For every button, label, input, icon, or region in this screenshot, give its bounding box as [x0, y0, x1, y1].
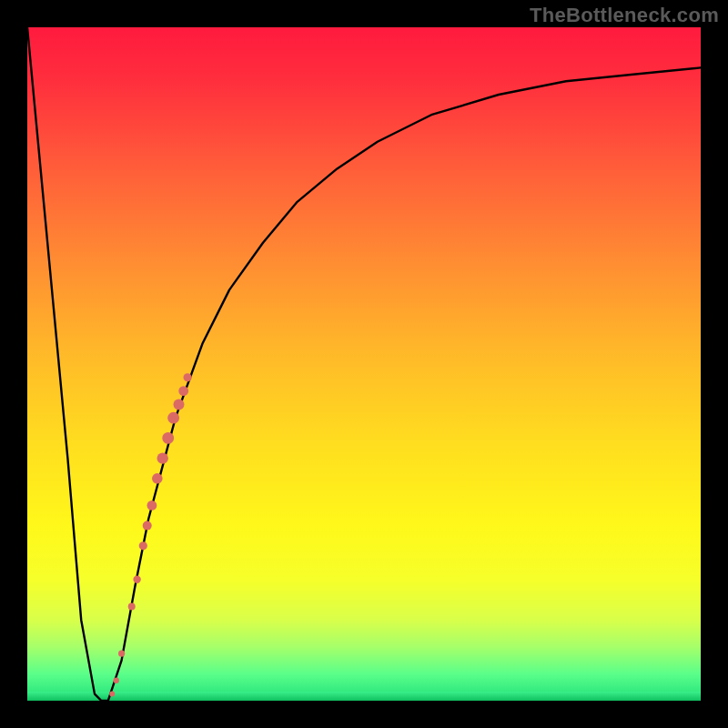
highlight-point: [139, 541, 147, 550]
highlight-point: [114, 678, 119, 683]
plot-area: [27, 27, 701, 701]
watermark-text: TheBottleneck.com: [530, 4, 719, 27]
chart-svg: [27, 27, 701, 701]
highlight-point: [128, 602, 136, 610]
highlight-point: [109, 692, 115, 697]
highlight-point: [143, 521, 152, 531]
highlight-markers-group: [109, 373, 192, 696]
highlight-point: [157, 452, 168, 463]
highlight-point: [118, 651, 125, 657]
highlight-point: [152, 473, 163, 484]
highlight-point: [184, 373, 192, 381]
chart-frame: TheBottleneck.com: [0, 0, 728, 728]
highlight-point: [178, 386, 188, 396]
bottleneck-curve-path: [27, 27, 701, 701]
highlight-point: [147, 500, 157, 511]
highlight-point: [162, 432, 174, 444]
highlight-point: [167, 412, 179, 424]
highlight-point: [133, 576, 140, 583]
highlight-point: [174, 399, 185, 410]
